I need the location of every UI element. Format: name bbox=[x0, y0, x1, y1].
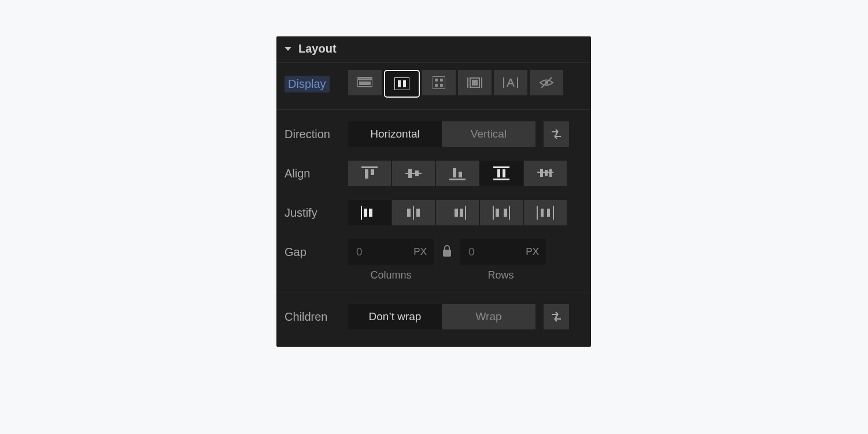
gap-rows-input-wrap: PX bbox=[460, 239, 546, 265]
svg-rect-32 bbox=[503, 169, 505, 177]
block-icon bbox=[357, 77, 372, 88]
svg-rect-46 bbox=[493, 206, 494, 220]
svg-rect-34 bbox=[540, 169, 543, 177]
inline-block-icon bbox=[467, 76, 482, 89]
justify-end-button[interactable] bbox=[436, 200, 479, 225]
svg-rect-35 bbox=[545, 170, 548, 176]
display-grid-button[interactable] bbox=[422, 70, 456, 95]
gap-rows-unit[interactable]: PX bbox=[526, 246, 539, 258]
children-nowrap-button[interactable]: Don’t wrap bbox=[348, 304, 442, 329]
children-row: Children Don’t wrap Wrap bbox=[276, 297, 591, 336]
svg-rect-12 bbox=[467, 77, 468, 88]
reverse-icon bbox=[550, 128, 563, 140]
svg-rect-22 bbox=[371, 169, 374, 175]
gap-rows-sublabel: Rows bbox=[458, 269, 544, 281]
svg-rect-6 bbox=[403, 80, 406, 87]
svg-rect-50 bbox=[537, 206, 538, 220]
gap-lock-button[interactable] bbox=[442, 244, 452, 259]
align-options bbox=[348, 161, 567, 186]
svg-rect-52 bbox=[541, 209, 544, 217]
svg-rect-28 bbox=[459, 172, 462, 177]
svg-rect-24 bbox=[408, 169, 412, 178]
flex-icon bbox=[394, 77, 409, 90]
display-inline-button[interactable] bbox=[494, 70, 527, 95]
svg-rect-47 bbox=[509, 206, 510, 220]
grid-icon bbox=[433, 76, 445, 89]
svg-rect-13 bbox=[481, 77, 482, 88]
gap-label: Gap bbox=[285, 246, 348, 259]
children-wrap-button[interactable]: Wrap bbox=[442, 304, 535, 329]
panel-title: Layout bbox=[298, 42, 337, 55]
align-label: Align bbox=[285, 167, 348, 180]
svg-rect-10 bbox=[435, 84, 438, 87]
svg-rect-16 bbox=[503, 77, 504, 88]
svg-rect-17 bbox=[517, 77, 518, 88]
children-options: Don’t wrap Wrap bbox=[348, 304, 535, 329]
gap-rows-input[interactable] bbox=[467, 245, 498, 259]
svg-rect-7 bbox=[433, 76, 445, 89]
svg-rect-4 bbox=[394, 77, 409, 90]
align-start-button[interactable] bbox=[348, 161, 391, 186]
align-center-icon bbox=[405, 166, 422, 180]
svg-rect-38 bbox=[364, 209, 367, 217]
svg-rect-41 bbox=[407, 209, 411, 217]
svg-rect-51 bbox=[553, 206, 554, 220]
svg-rect-26 bbox=[449, 179, 466, 180]
align-end-button[interactable] bbox=[436, 161, 479, 186]
svg-rect-29 bbox=[493, 166, 509, 168]
children-reverse-button[interactable] bbox=[544, 304, 569, 329]
justify-center-button[interactable] bbox=[392, 200, 435, 225]
svg-rect-45 bbox=[460, 209, 463, 217]
svg-line-19 bbox=[541, 77, 552, 88]
direction-label: Direction bbox=[285, 128, 348, 141]
justify-between-button[interactable] bbox=[480, 200, 523, 225]
direction-vertical-button[interactable]: Vertical bbox=[442, 121, 535, 147]
align-baseline-button[interactable] bbox=[524, 161, 567, 186]
justify-start-button[interactable] bbox=[348, 200, 391, 225]
gap-columns-unit[interactable]: PX bbox=[413, 246, 427, 258]
panel-header[interactable]: Layout bbox=[276, 36, 591, 63]
svg-rect-0 bbox=[357, 77, 372, 79]
direction-row: Direction Horizontal Vertical bbox=[276, 114, 591, 154]
gap-row: Gap PX PX bbox=[276, 232, 591, 266]
align-center-button[interactable] bbox=[392, 161, 435, 186]
svg-rect-43 bbox=[465, 206, 466, 220]
display-block-button[interactable] bbox=[348, 70, 382, 95]
svg-rect-9 bbox=[440, 79, 443, 81]
svg-rect-40 bbox=[413, 206, 414, 220]
align-stretch-button[interactable] bbox=[480, 161, 523, 186]
align-start-icon bbox=[361, 166, 378, 180]
svg-rect-37 bbox=[361, 206, 362, 220]
gap-columns-sublabel: Columns bbox=[348, 269, 434, 281]
children-label: Children bbox=[285, 310, 348, 324]
align-end-icon bbox=[449, 166, 466, 180]
lock-icon bbox=[442, 244, 452, 257]
justify-around-icon bbox=[537, 206, 554, 220]
inline-icon bbox=[503, 76, 518, 89]
direction-horizontal-button[interactable]: Horizontal bbox=[348, 121, 442, 147]
justify-around-button[interactable] bbox=[524, 200, 567, 225]
display-none-button[interactable] bbox=[530, 70, 563, 95]
justify-between-icon bbox=[493, 206, 510, 220]
align-baseline-icon bbox=[537, 166, 553, 180]
gap-sublabels: Columns Rows bbox=[276, 266, 591, 281]
svg-rect-20 bbox=[361, 166, 378, 168]
svg-rect-53 bbox=[547, 209, 550, 217]
flex-section: Direction Horizontal Vertical Align bbox=[276, 110, 591, 292]
svg-rect-48 bbox=[496, 209, 499, 217]
direction-reverse-button[interactable] bbox=[544, 121, 569, 147]
svg-rect-39 bbox=[369, 209, 372, 217]
display-row: Display bbox=[276, 63, 591, 110]
direction-options: Horizontal Vertical bbox=[348, 121, 535, 147]
justify-start-icon bbox=[361, 206, 378, 220]
display-flex-button[interactable] bbox=[384, 70, 420, 98]
display-inline-block-button[interactable] bbox=[458, 70, 492, 95]
display-label[interactable]: Display bbox=[285, 76, 330, 92]
svg-rect-15 bbox=[472, 80, 478, 86]
svg-rect-11 bbox=[440, 84, 443, 87]
justify-row: Justify bbox=[276, 193, 591, 232]
svg-rect-49 bbox=[504, 209, 507, 217]
gap-columns-input[interactable] bbox=[355, 245, 386, 259]
collapse-icon bbox=[285, 47, 291, 51]
layout-panel: Layout Display bbox=[276, 36, 591, 347]
